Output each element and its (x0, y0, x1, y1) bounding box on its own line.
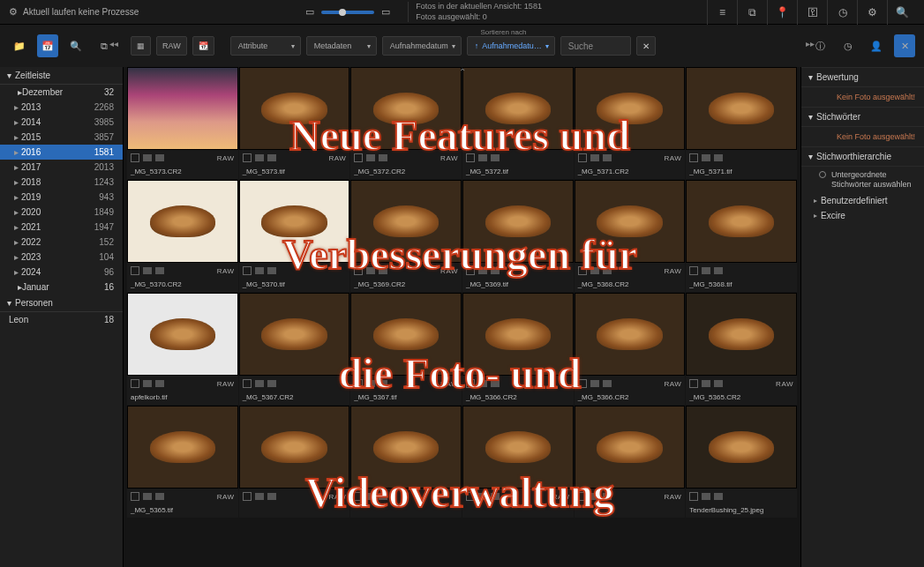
tree-benutzer[interactable]: ▸Benutzerdefiniert (801, 193, 924, 208)
flag-icon[interactable] (379, 267, 387, 274)
flag-icon[interactable] (366, 267, 375, 274)
checkbox-icon[interactable] (578, 153, 587, 162)
thumbnail-cell[interactable] (350, 406, 462, 518)
thumbnail-cell[interactable]: RAW_MG_5367.tif (350, 293, 462, 405)
date-select[interactable]: Aufnahmedatum (382, 36, 462, 56)
flag-icon[interactable] (714, 267, 723, 274)
thumbnail-image[interactable] (575, 293, 686, 376)
checkbox-icon[interactable] (466, 153, 475, 162)
tools-tab[interactable]: ✕ (894, 34, 915, 57)
thumbnail-cell[interactable]: RAW_MG_5372.CR2 (350, 67, 462, 179)
thumbnail-cell[interactable]: _MG_5368.tif (686, 180, 797, 292)
flag-icon[interactable] (366, 493, 375, 500)
flag-icon[interactable] (143, 380, 152, 387)
thumbnail-cell[interactable]: _MG_5369.tif (462, 180, 574, 292)
year-2019[interactable]: ▸2019943 (0, 190, 123, 205)
flag-icon[interactable] (714, 380, 723, 387)
search-icon[interactable]: 🔍 (896, 6, 909, 19)
checkbox-icon[interactable] (578, 266, 587, 275)
thumbnail-cell[interactable]: RAW (575, 406, 686, 518)
year-2020[interactable]: ▸20201849 (0, 205, 123, 220)
year-2013[interactable]: ▸20132268 (0, 100, 123, 115)
flag-icon[interactable] (603, 493, 612, 500)
flag-icon[interactable] (267, 267, 276, 274)
thumbnail-image[interactable] (239, 293, 350, 376)
stichworter-header[interactable]: ▾Stichwörter (801, 107, 924, 127)
thumbnail-image[interactable] (575, 67, 686, 150)
thumbnail-cell[interactable]: _MG_5366.CR2 (462, 293, 574, 405)
flag-icon[interactable] (478, 267, 487, 274)
flag-icon[interactable] (379, 380, 387, 387)
thumbnail-cell[interactable]: RAW_MG_5365.CR2 (686, 293, 797, 405)
checkbox-icon[interactable] (354, 379, 363, 388)
flag-icon[interactable] (590, 267, 599, 274)
pin-icon[interactable]: 📍 (776, 6, 789, 19)
collapse-right-icon[interactable]: ▸▸ (806, 39, 815, 48)
checkbox-icon[interactable] (243, 492, 252, 501)
thumbnail-cell[interactable]: RAW_MG_5371.CR2 (575, 67, 686, 179)
thumbnail-image[interactable] (462, 293, 574, 376)
bewertung-header[interactable]: ▾Bewertung (801, 67, 924, 87)
checkbox-icon[interactable] (578, 379, 587, 388)
thumbnail-cell[interactable]: TenderBushing_25.jpeg (686, 406, 797, 518)
clock-icon[interactable]: ◷ (838, 6, 847, 19)
checkbox-icon[interactable] (243, 379, 252, 388)
flag-icon[interactable] (714, 493, 723, 500)
thumbnail-image[interactable] (127, 293, 238, 376)
thumbnail-image[interactable] (686, 293, 797, 376)
thumb-small-icon[interactable]: ▭ (304, 6, 316, 19)
thumbnail-image[interactable] (462, 180, 574, 263)
person-row[interactable]: Leon 18 (0, 312, 123, 327)
checkbox-icon[interactable] (131, 379, 139, 388)
thumbnail-cell[interactable]: RAWapfelkorb.tif (127, 293, 238, 405)
flag-icon[interactable] (155, 380, 164, 387)
search-tab[interactable]: 🔍 (65, 34, 86, 57)
checkbox-icon[interactable] (354, 153, 363, 162)
flag-icon[interactable] (155, 493, 164, 500)
flag-icon[interactable] (155, 154, 164, 161)
thumbnail-cell[interactable]: _MG_5371.tif (686, 67, 797, 179)
checkbox-icon[interactable] (131, 492, 139, 501)
checkbox-icon[interactable] (354, 266, 363, 275)
flag-icon[interactable] (590, 380, 599, 387)
thumbnail-cell[interactable]: RAW (239, 406, 350, 518)
flag-icon[interactable] (603, 154, 612, 161)
thumbnail-image[interactable] (462, 406, 574, 489)
flag-icon[interactable] (603, 380, 612, 387)
thumbnail-image[interactable] (350, 67, 462, 150)
flag-icon[interactable] (491, 154, 500, 161)
flag-icon[interactable] (155, 267, 164, 274)
year-2015[interactable]: ▸20153857 (0, 130, 123, 145)
tree-excire[interactable]: ▸Excire (801, 208, 924, 223)
year-2021[interactable]: ▸20211947 (0, 220, 123, 235)
attribute-select[interactable]: Attribute (230, 36, 301, 56)
flag-icon[interactable] (379, 493, 387, 500)
thumbnail-cell[interactable]: RAW_MG_5365.tif (127, 406, 238, 518)
flag-icon[interactable] (590, 154, 599, 161)
collapse-left-icon[interactable]: ◂◂ (109, 39, 118, 48)
thumbnail-image[interactable] (462, 67, 574, 150)
person-tab[interactable]: 👤 (866, 34, 887, 57)
flag-icon[interactable] (714, 154, 723, 161)
thumbnail-cell[interactable]: RAW_MG_5373.tif (239, 67, 350, 179)
thumbnail-cell[interactable]: RAW_MG_5366.CR2 (575, 293, 686, 405)
thumbnail-cell[interactable]: RAW_MG_5369.CR2 (350, 180, 462, 292)
thumbnail-image[interactable] (239, 406, 350, 489)
year-2016[interactable]: ▸20161581 (0, 145, 123, 160)
thumb-large-icon[interactable]: ▭ (379, 6, 392, 19)
folder-tab[interactable]: 📁 (9, 34, 30, 57)
year-2022[interactable]: ▸2022152 (0, 235, 123, 250)
flag-icon[interactable] (267, 154, 276, 161)
flag-icon[interactable] (702, 267, 710, 274)
personen-header[interactable]: ▾Personen (0, 295, 123, 312)
thumbnail-cell[interactable]: RAW_MG_5370.CR2 (127, 180, 238, 292)
flag-icon[interactable] (143, 267, 152, 274)
month-row[interactable]: ▸Dezember 32 (0, 85, 123, 100)
flag-icon[interactable] (702, 154, 710, 161)
checkbox-icon[interactable] (243, 153, 252, 162)
flag-icon[interactable] (702, 380, 710, 387)
flag-icon[interactable] (255, 380, 264, 387)
calendar-filter-btn[interactable]: 📆 (192, 36, 214, 56)
year-2023[interactable]: ▸2023104 (0, 250, 123, 265)
year-2018[interactable]: ▸20181243 (0, 175, 123, 190)
